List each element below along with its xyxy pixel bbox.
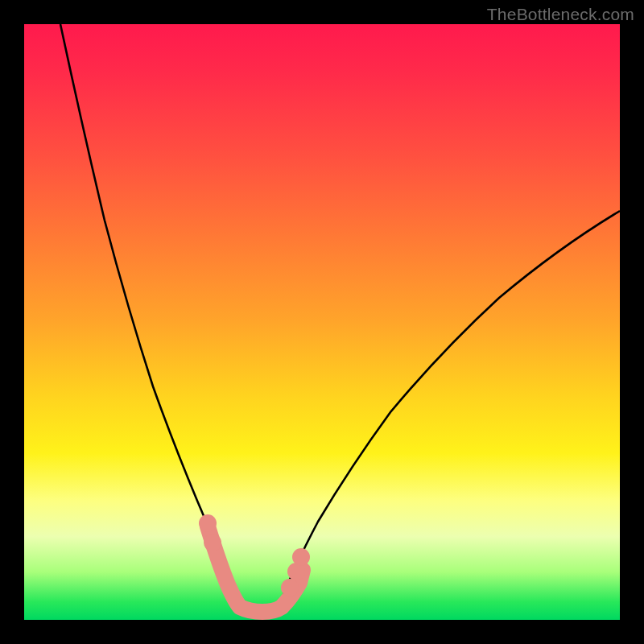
left-curve	[60, 24, 233, 599]
plot-area	[24, 24, 620, 620]
curve-layer	[24, 24, 620, 620]
branding-watermark: TheBottleneck.com	[487, 5, 634, 24]
svg-point-0	[199, 514, 217, 532]
right-curve	[282, 211, 620, 599]
chart-frame: TheBottleneck.com	[0, 0, 644, 644]
svg-point-2	[281, 579, 299, 597]
svg-point-1	[204, 534, 221, 551]
svg-point-4	[292, 548, 310, 566]
